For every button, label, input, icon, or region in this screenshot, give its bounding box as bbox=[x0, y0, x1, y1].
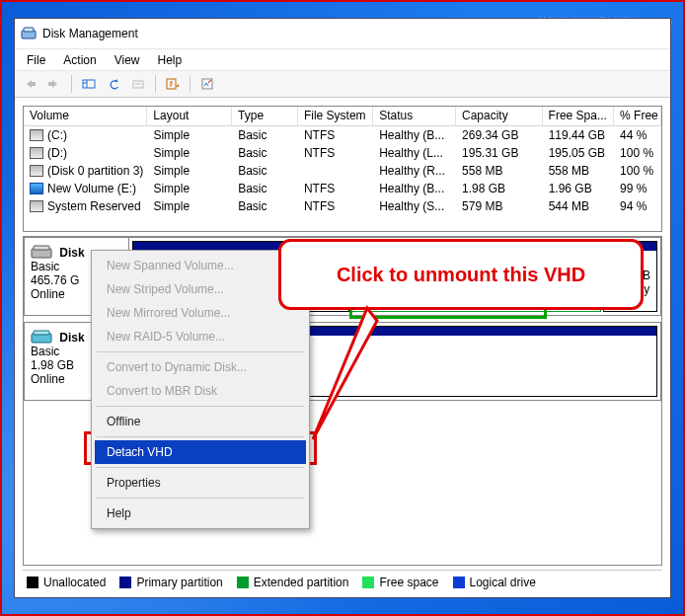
ctx-properties[interactable]: Properties bbox=[95, 471, 306, 495]
menu-help[interactable]: Help bbox=[150, 51, 190, 69]
volume-icon bbox=[30, 183, 43, 194]
svg-rect-1 bbox=[24, 28, 34, 32]
help-button[interactable] bbox=[162, 73, 184, 95]
volume-row[interactable]: (Disk 0 partition 3)SimpleBasicHealthy (… bbox=[24, 162, 661, 180]
col-capacity: Capacity bbox=[456, 107, 543, 125]
svg-rect-12 bbox=[34, 331, 49, 335]
volume-row[interactable]: New Volume (E:)SimpleBasicNTFSHealthy (B… bbox=[24, 180, 661, 197]
vhd-disk-icon bbox=[31, 329, 52, 345]
ctx-new-raid5: New RAID-5 Volume... bbox=[95, 325, 306, 348]
volume-columns-header[interactable]: Volume Layout Type File System Status Ca… bbox=[24, 107, 661, 126]
refresh-button[interactable] bbox=[103, 73, 124, 95]
volume-icon bbox=[30, 165, 43, 177]
ctx-new-mirrored: New Mirrored Volume... bbox=[95, 301, 306, 325]
settings-button[interactable] bbox=[196, 73, 218, 95]
forward-button[interactable] bbox=[43, 73, 65, 95]
volume-icon bbox=[30, 129, 43, 141]
volume-row[interactable]: System ReservedSimpleBasicNTFSHealthy (S… bbox=[24, 197, 661, 215]
menubar: File Action View Help bbox=[15, 48, 670, 70]
col-status: Status bbox=[373, 107, 456, 125]
titlebar[interactable]: Disk Management bbox=[15, 19, 670, 48]
disk0-partition-recovery[interactable]: 558 MBHealthy bbox=[603, 241, 657, 312]
ctx-detach-vhd[interactable]: Detach VHD bbox=[95, 440, 306, 464]
context-menu: New Spanned Volume... New Striped Volume… bbox=[91, 250, 310, 529]
col-type: Type bbox=[232, 107, 298, 125]
volume-icon bbox=[30, 200, 43, 212]
legend-free-swatch bbox=[362, 577, 374, 588]
legend-logical-swatch bbox=[453, 577, 465, 588]
disk0-partition-d[interactable]: (D:)195.31 GB NTFSHealthy (Logical Drive… bbox=[351, 241, 601, 312]
col-freespace: Free Spa... bbox=[543, 107, 614, 125]
menu-view[interactable]: View bbox=[107, 51, 148, 69]
ctx-new-striped: New Striped Volume... bbox=[95, 277, 306, 301]
col-layout: Layout bbox=[147, 107, 232, 125]
toolbar bbox=[15, 70, 670, 98]
col-pctfree: % Free bbox=[614, 107, 661, 125]
ctx-help[interactable]: Help bbox=[95, 501, 306, 525]
volume-row[interactable]: (C:)SimpleBasicNTFSHealthy (B...269.34 G… bbox=[24, 126, 661, 144]
ctx-new-spanned: New Spanned Volume... bbox=[95, 254, 306, 277]
ctx-convert-dynamic: Convert to Dynamic Disk... bbox=[95, 355, 306, 379]
col-volume: Volume bbox=[24, 107, 147, 125]
rescan-button[interactable] bbox=[127, 73, 149, 95]
col-filesystem: File System bbox=[298, 107, 373, 125]
volume-row[interactable]: (D:)SimpleBasicNTFSHealthy (L...195.31 G… bbox=[24, 144, 661, 162]
show-hide-button[interactable] bbox=[78, 73, 100, 95]
app-icon bbox=[21, 26, 37, 41]
svg-rect-2 bbox=[83, 80, 95, 88]
menu-action[interactable]: Action bbox=[55, 51, 104, 69]
legend: Unallocated Primary partition Extended p… bbox=[23, 570, 662, 593]
back-button[interactable] bbox=[19, 73, 40, 95]
legend-extended-swatch bbox=[237, 577, 249, 588]
volume-icon bbox=[30, 147, 43, 159]
ctx-convert-mbr: Convert to MBR Disk bbox=[95, 379, 306, 403]
legend-primary-swatch bbox=[119, 577, 131, 588]
volume-list-pane: Volume Layout Type File System Status Ca… bbox=[23, 106, 662, 232]
ctx-offline[interactable]: Offline bbox=[95, 410, 306, 433]
disk-icon bbox=[31, 244, 52, 260]
window-title: Disk Management bbox=[42, 27, 138, 40]
svg-rect-10 bbox=[34, 246, 49, 250]
legend-unallocated-swatch bbox=[27, 577, 38, 588]
menu-file[interactable]: File bbox=[19, 51, 53, 69]
